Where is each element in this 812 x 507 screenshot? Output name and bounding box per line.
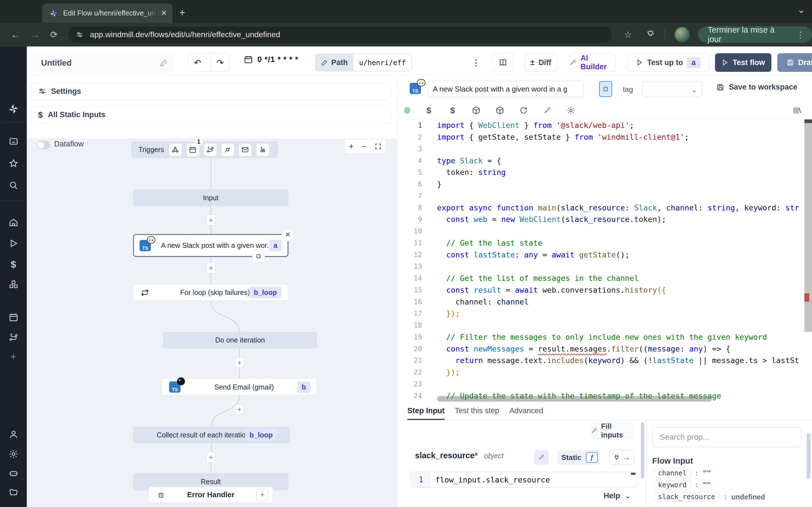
schedule-summary[interactable]: 0 */1 * * * * xyxy=(244,55,298,64)
sidebar-item-add[interactable]: + xyxy=(0,351,27,362)
add-step-button[interactable]: + xyxy=(235,357,244,368)
expand-editor-button[interactable] xyxy=(599,81,612,97)
zoom-out-icon[interactable]: − xyxy=(361,142,366,151)
more-options-icon[interactable]: ⋮ xyxy=(472,54,480,71)
docs-button[interactable] xyxy=(492,53,514,72)
javascript-expression-toggle[interactable]: ƒ xyxy=(586,452,598,463)
connect-input-button[interactable]: → xyxy=(609,450,634,465)
expression-input[interactable]: 1 flow_input.slack_resource xyxy=(411,472,637,488)
add-step-button[interactable]: + xyxy=(206,452,215,462)
test-up-to-button[interactable]: Test up to a xyxy=(627,53,709,72)
flow-input-prop[interactable]: slack_resource : undefined xyxy=(654,492,765,502)
redo-button[interactable]: ↷ xyxy=(211,54,229,71)
schedule-trigger-icon[interactable]: 1 xyxy=(187,144,199,156)
tab-advanced[interactable]: Advanced xyxy=(509,402,543,420)
reload-icon[interactable]: ⟳ xyxy=(50,29,58,40)
fill-inputs-button[interactable]: Fill inputs xyxy=(591,422,634,439)
dataflow-toggle[interactable] xyxy=(36,141,50,149)
step-summary-input[interactable]: A new Slack post with a given word in a … xyxy=(428,81,584,97)
save-to-workspace-button[interactable]: Save to workspace xyxy=(716,83,797,92)
send-email-node[interactable]: TS Send Email (gmail) b xyxy=(161,379,317,395)
add-step-button[interactable]: + xyxy=(206,263,215,273)
code-editor[interactable]: 1import { WebClient } from '@slack/web-a… xyxy=(397,119,812,402)
window-chevron-icon[interactable]: ⌄ xyxy=(797,4,806,15)
sidebar-item-workers[interactable] xyxy=(0,468,27,478)
extensions-icon[interactable] xyxy=(647,31,655,39)
add-error-handler-icon[interactable]: + xyxy=(256,489,268,501)
ai-fill-button[interactable] xyxy=(534,450,549,465)
search-prop-input[interactable]: Search prop... xyxy=(652,427,801,447)
forward-icon[interactable]: → xyxy=(31,30,40,40)
all-static-inputs-row[interactable]: $ All Static Inputs xyxy=(31,106,391,123)
new-tab-button[interactable]: + xyxy=(179,7,185,18)
tab-step-input[interactable]: Step Input xyxy=(407,402,445,420)
test-flow-button[interactable]: Test flow xyxy=(715,53,771,72)
triggers-node[interactable]: Triggers 1 xyxy=(131,142,278,158)
kafka-trigger-icon[interactable] xyxy=(257,144,269,156)
flow-input-prop[interactable]: keyword : "" xyxy=(654,480,711,490)
zoom-in-icon[interactable]: + xyxy=(349,142,354,151)
websocket-trigger-icon[interactable] xyxy=(221,144,234,156)
prop-scrollbar[interactable] xyxy=(807,433,811,479)
email-trigger-icon[interactable] xyxy=(239,144,252,156)
sidebar-item-search[interactable] xyxy=(0,180,27,190)
ai-wand-icon[interactable] xyxy=(536,106,559,115)
bookmark-star-icon[interactable]: ☆ xyxy=(624,29,632,40)
vertical-scrollbar[interactable] xyxy=(804,119,812,402)
sidebar-item-schedules[interactable] xyxy=(0,313,27,322)
sidebar-item-folders[interactable] xyxy=(0,488,27,497)
tag-select[interactable]: ⌄ xyxy=(643,81,702,97)
windmill-logo-icon[interactable] xyxy=(0,103,27,115)
horizontal-scrollbar[interactable] xyxy=(437,396,712,402)
static-toggle[interactable]: Static ƒ xyxy=(557,450,600,465)
sidebar-item-resources[interactable] xyxy=(0,280,27,289)
profile-avatar[interactable] xyxy=(675,27,690,42)
add-step-button[interactable]: + xyxy=(235,404,244,414)
undo-button[interactable]: ↶ xyxy=(188,54,207,71)
path-chip[interactable]: Path u/henri/eff xyxy=(315,54,412,71)
sidebar-item-users[interactable] xyxy=(0,430,27,439)
diff-button[interactable]: ± Diff xyxy=(525,53,557,72)
stop-after-icon[interactable] xyxy=(252,250,265,263)
flow-name-input[interactable]: Untitled xyxy=(33,53,174,72)
input-node[interactable]: Input xyxy=(133,189,289,206)
browser-tab[interactable]: Edit Flow u/henri/effective_un ✕ xyxy=(42,3,172,23)
package2-icon[interactable] xyxy=(488,106,512,115)
add-step-button[interactable]: + xyxy=(206,215,215,225)
ai-builder-button[interactable]: AI Builder xyxy=(569,53,615,72)
script-settings-icon[interactable] xyxy=(559,106,583,115)
sidebar-item-runs[interactable] xyxy=(0,238,27,248)
site-info-icon[interactable] xyxy=(76,31,83,38)
sidebar-item-favorites[interactable] xyxy=(0,159,27,168)
sidebar-item-workspace[interactable] xyxy=(0,136,27,146)
for-loop-node[interactable]: For loop (skip failures) b_loop xyxy=(133,284,289,301)
library-icon[interactable] xyxy=(781,106,812,115)
flow-canvas[interactable]: Dataflow + − Triggers 1 xyxy=(27,139,397,507)
error-handler-node[interactable]: Error Handler + xyxy=(149,487,273,503)
tab-close-icon[interactable]: ✕ xyxy=(161,9,167,17)
help-toggle[interactable]: Help⌄ xyxy=(604,491,631,500)
browser-update-button[interactable]: Terminer la mise à jour ⋮ xyxy=(698,26,812,43)
sidebar-item-routes[interactable] xyxy=(0,333,27,342)
address-bar[interactable]: app.windmill.dev/flows/edit/u/henri/effe… xyxy=(68,26,612,43)
back-icon[interactable]: ← xyxy=(11,30,20,40)
edit-pencil-icon[interactable] xyxy=(160,59,168,67)
draft-button[interactable]: Draft xyxy=(777,53,812,72)
resources-dollar-icon[interactable]: $ xyxy=(441,106,464,115)
flow-input-prop[interactable]: channel : "" xyxy=(654,468,711,478)
sidebar-item-settings[interactable] xyxy=(0,449,27,459)
tab-test-this-step[interactable]: Test this step xyxy=(455,402,499,420)
panel-scrollbar[interactable] xyxy=(641,422,644,478)
fit-view-icon[interactable] xyxy=(374,143,382,150)
sidebar-item-variables[interactable]: $ xyxy=(0,259,27,270)
route-trigger-icon[interactable] xyxy=(204,144,216,156)
browser-menu-icon[interactable]: ⋮ xyxy=(796,30,805,40)
reload-script-icon[interactable] xyxy=(512,106,536,115)
remove-step-icon[interactable]: ✕ xyxy=(282,228,294,241)
variables-icon[interactable]: $ xyxy=(417,106,441,115)
flow-settings-row[interactable]: Settings xyxy=(31,83,391,100)
do-one-iteration-node[interactable]: Do one iteration xyxy=(163,332,317,348)
webhook-trigger-icon[interactable] xyxy=(169,144,182,156)
sidebar-item-home[interactable] xyxy=(0,218,27,227)
package-icon[interactable] xyxy=(464,106,488,115)
